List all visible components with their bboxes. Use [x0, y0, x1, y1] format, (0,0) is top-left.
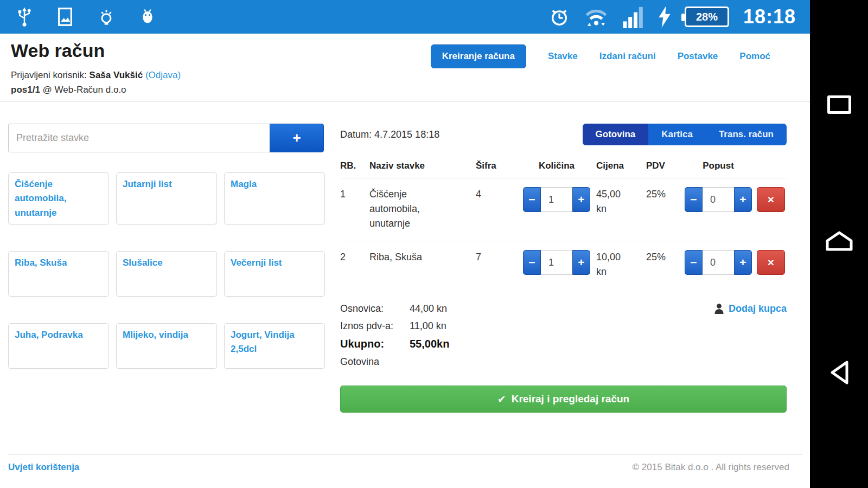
quantity-plus-button[interactable]: +: [572, 187, 590, 212]
quick-item-tile[interactable]: Mlijeko, vindija: [116, 323, 217, 369]
row-number: 1: [340, 187, 369, 202]
charging-bolt-icon: [659, 6, 671, 28]
discount-minus-button[interactable]: −: [685, 250, 703, 275]
quick-item-label: Slušalice: [123, 256, 210, 270]
col-popust: Popust: [680, 160, 757, 171]
quick-item-tile[interactable]: Čišćenje automobila, unutarnje: [8, 172, 109, 224]
discount-plus-button[interactable]: +: [734, 250, 752, 275]
status-icons-left: [16, 7, 156, 27]
search-input[interactable]: [8, 124, 270, 152]
ukupno-line: Ukupno: 55,00kn: [340, 338, 449, 350]
delete-row-button[interactable]: ×: [757, 187, 785, 212]
item-name: Riba, Skuša: [369, 250, 476, 265]
item-pdv: 25%: [646, 187, 680, 202]
status-bar: 28% 18:18: [0, 0, 810, 34]
tab-pomoc[interactable]: Pomoć: [739, 51, 770, 62]
quick-item-label: Magla: [231, 177, 318, 191]
tab-postavke[interactable]: Postavke: [678, 51, 718, 62]
back-icon: [827, 359, 851, 386]
quick-item-label: Riba, Skuša: [15, 256, 103, 270]
table-row: 1 Čišćenje automobila, unutarnje 4 − 1 +…: [340, 178, 787, 241]
footer: Uvjeti korištenja © 2015 Bitak d.o.o . A…: [8, 462, 789, 473]
quantity-input[interactable]: 1: [541, 187, 572, 212]
tab-kreiranje-racuna[interactable]: Kreiranje računa: [431, 44, 526, 68]
add-customer-link[interactable]: Dodaj kupca: [714, 303, 787, 374]
android-nav-bar: [810, 0, 868, 488]
date-label: Datum:: [340, 129, 372, 140]
quick-items-grid: Čišćenje automobila, unutarnje Jutarnji …: [8, 172, 325, 369]
user-name: Saša Vukšić: [90, 70, 143, 80]
clock: 18:18: [743, 5, 796, 28]
battery-percent: 28%: [696, 11, 718, 23]
quantity-plus-button[interactable]: +: [572, 250, 590, 275]
col-pdv: PDV: [646, 160, 680, 171]
table-row: 2 Riba, Skuša 7 − 1 + 10,00 kn 25%: [340, 241, 787, 289]
payment-tab-trans-racun[interactable]: Trans. račun: [706, 124, 787, 145]
quantity-stepper: − 1 +: [517, 250, 596, 275]
create-invoice-button[interactable]: ✔ Kreiraj i pregledaj račun: [340, 386, 787, 413]
quick-item-label: Juha, Podravka: [15, 328, 103, 342]
osnovica-line: Osnovica: 44,00 kn: [340, 303, 449, 314]
payment-tab-gotovina[interactable]: Gotovina: [583, 124, 649, 145]
quick-item-label: Mlijeko, vindija: [123, 328, 210, 342]
quick-item-label: Čišćenje automobila, unutarnje: [15, 177, 103, 220]
recents-button[interactable]: [810, 95, 868, 114]
item-price: 45,00 kn: [596, 187, 646, 216]
add-customer-label: Dodaj kupca: [729, 303, 787, 314]
quantity-minus-button[interactable]: −: [523, 187, 541, 212]
battery-indicator: 28%: [685, 7, 729, 27]
quick-item-tile[interactable]: Slušalice: [116, 251, 217, 297]
row-actions: ×: [757, 250, 787, 275]
date-value: 4.7.2015 18:18: [374, 129, 439, 140]
android-debug-icon: [139, 7, 156, 27]
totals-block: Osnovica: 44,00 kn Iznos pdv-a: 11,00 kn…: [340, 303, 449, 374]
add-item-button[interactable]: +: [270, 124, 324, 152]
discount-input[interactable]: 0: [703, 187, 734, 212]
quantity-stepper: − 1 +: [517, 187, 596, 212]
row-actions: ×: [757, 187, 787, 212]
quantity-input[interactable]: 1: [541, 250, 572, 275]
item-code: 7: [476, 250, 517, 265]
col-sifra: Šifra: [476, 160, 517, 171]
person-icon: [714, 303, 724, 314]
item-name: Čišćenje automobila, unutarnje: [369, 187, 476, 231]
discount-minus-button[interactable]: −: [685, 187, 703, 212]
discount-input[interactable]: 0: [703, 250, 734, 275]
create-invoice-label: Kreiraj i pregledaj račun: [512, 393, 630, 405]
invoice-panel: Datum: 4.7.2015 18:18 Gotovina Kartica T…: [340, 124, 787, 413]
discount-stepper: − 0 +: [680, 250, 757, 275]
tab-izdani-racuni[interactable]: Izdani računi: [599, 51, 656, 62]
delete-row-button[interactable]: ×: [757, 250, 785, 275]
main-nav: Kreiranje računa Stavke Izdani računi Po…: [431, 44, 770, 68]
back-button[interactable]: [810, 359, 868, 386]
discount-plus-button[interactable]: +: [734, 187, 752, 212]
company-name: @ Web-Račun d.o.o: [43, 85, 126, 95]
row-number: 2: [340, 250, 369, 265]
status-icons-right: 28% 18:18: [549, 5, 796, 28]
item-pdv: 25%: [646, 250, 680, 265]
footer-divider: [8, 454, 802, 455]
bulb-icon: [98, 7, 115, 27]
quick-item-tile[interactable]: Večernji list: [224, 251, 325, 297]
quick-item-tile[interactable]: Jutarnji list: [116, 172, 217, 224]
quick-item-tile[interactable]: Magla: [224, 172, 325, 224]
logout-link[interactable]: (Odjava): [145, 70, 181, 80]
quick-item-tile[interactable]: Riba, Skuša: [8, 251, 109, 297]
pos-line: pos1/1 @ Web-Račun d.o.o: [11, 85, 792, 95]
quantity-minus-button[interactable]: −: [523, 250, 541, 275]
payment-tab-kartica[interactable]: Kartica: [648, 124, 706, 145]
search-row: +: [8, 124, 324, 152]
quick-item-tile[interactable]: Juha, Podravka: [8, 323, 109, 369]
invoice-table: RB. Naziv stavke Šifra Količina Cijena P…: [340, 156, 787, 289]
quick-item-tile[interactable]: Jogurt, Vindija 2,5dcl: [224, 323, 325, 369]
payment-method-line: Gotovina: [340, 356, 449, 368]
quick-item-label: Večernji list: [231, 256, 318, 270]
home-button[interactable]: [810, 229, 868, 253]
col-kolicina: Količina: [517, 160, 596, 171]
pdv-line: Iznos pdv-a: 11,00 kn: [340, 320, 449, 332]
alarm-icon: [549, 6, 570, 28]
login-prefix: Prijavljeni korisnik:: [11, 70, 87, 80]
terms-link[interactable]: Uvjeti korištenja: [8, 462, 79, 473]
plus-icon: +: [292, 130, 301, 146]
tab-stavke[interactable]: Stavke: [548, 51, 578, 62]
